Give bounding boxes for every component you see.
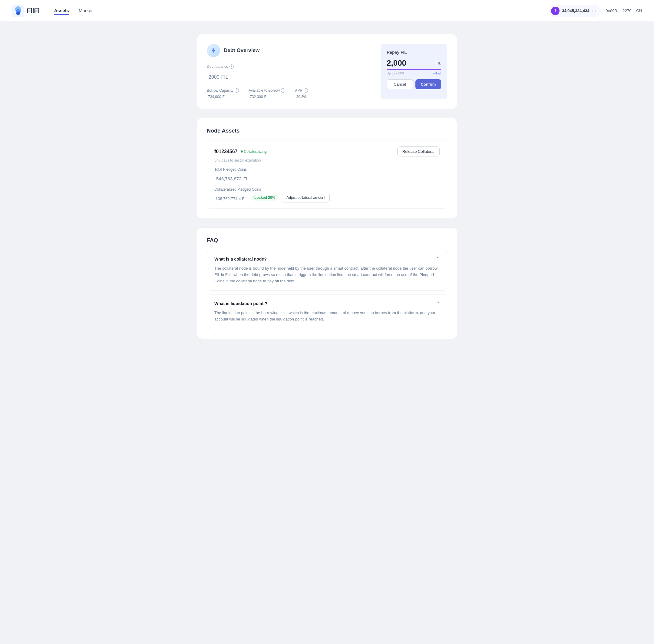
status-badge: Collateralizing bbox=[241, 150, 267, 154]
faq-card: FAQ What is a collateral node? ⌃ The col… bbox=[197, 227, 457, 339]
collateral-amount: 108,752,774.4FIL bbox=[215, 193, 248, 202]
repay-input[interactable] bbox=[387, 59, 434, 68]
node-expiry: 540 days to sector expiration bbox=[215, 158, 439, 162]
release-collateral-button[interactable]: Release Collateral bbox=[397, 146, 439, 157]
status-dot bbox=[241, 151, 243, 153]
debt-title: Debt Overview bbox=[224, 47, 260, 53]
debt-icon bbox=[207, 44, 220, 57]
faq-items: What is a collateral node? ⌃ The collate… bbox=[207, 250, 447, 329]
language-switch[interactable]: CN bbox=[636, 8, 642, 13]
node-assets-card: Node Assets f01234567 Collateralizing Re… bbox=[197, 118, 457, 219]
faq-question-2: What is liquidation point ? bbox=[215, 301, 267, 306]
locked-badge: Locked 20% bbox=[251, 194, 278, 201]
wallet-currency: FIL bbox=[592, 9, 597, 13]
faq-question-1: What is a collateral node? bbox=[215, 257, 267, 261]
repay-hint-row: Up to 2,000 Fill all bbox=[387, 71, 441, 75]
faq-item-1: What is a collateral node? ⌃ The collate… bbox=[207, 250, 447, 291]
wallet-address: 0×00B.....2279 bbox=[606, 8, 631, 13]
total-pledged-amount: 543,763,872FIL bbox=[215, 173, 439, 183]
nav-market[interactable]: Market bbox=[79, 7, 93, 15]
debt-balance-info-icon[interactable]: i bbox=[229, 65, 234, 69]
repay-title: Repay FIL bbox=[387, 50, 441, 55]
faq-item-1-header[interactable]: What is a collateral node? ⌃ bbox=[215, 256, 439, 262]
navbar-right: f 34,945,334,434 FIL 0×00B.....2279 CN bbox=[549, 5, 642, 17]
borrow-capacity-stat: Borrow Capacity i 734,000FIL bbox=[207, 88, 239, 99]
nav-assets[interactable]: Assets bbox=[54, 7, 69, 15]
repay-input-row: FIL bbox=[387, 59, 441, 70]
node-item: f01234567 Collateralizing Release Collat… bbox=[207, 140, 447, 209]
faq-answer-2: The liquidation point is the borrowing l… bbox=[215, 310, 439, 323]
wallet-icon: f bbox=[551, 7, 560, 15]
debt-overview-card: Debt Overview Debt balance i 2000FIL Bor… bbox=[197, 34, 457, 109]
apr-stat: APR i 20.3% bbox=[295, 88, 308, 99]
available-to-borrow-stat: Available to Borrow i 732,000FIL bbox=[249, 88, 285, 99]
available-borrow-info-icon[interactable]: i bbox=[281, 88, 285, 93]
lightning-icon bbox=[210, 47, 217, 54]
nav-links: Assets Market bbox=[54, 7, 549, 15]
wallet-badge[interactable]: f 34,945,334,434 FIL bbox=[549, 5, 601, 17]
borrow-capacity-value: 734,000FIL bbox=[207, 94, 239, 99]
repay-panel: Repay FIL FIL Up to 2,000 Fill all Cance… bbox=[381, 44, 447, 99]
total-pledged-label: Total Pledged Coins bbox=[215, 167, 439, 171]
borrow-capacity-info-icon[interactable]: i bbox=[235, 88, 239, 93]
navbar: FilFi Assets Market f 34,945,334,434 FIL… bbox=[0, 0, 654, 22]
node-header: f01234567 Collateralizing Release Collat… bbox=[215, 146, 439, 157]
repay-hint: Up to 2,000 bbox=[387, 71, 404, 75]
faq-item-2-header[interactable]: What is liquidation point ? ⌃ bbox=[215, 300, 439, 306]
faq-title: FAQ bbox=[207, 237, 447, 244]
faq-chevron-1: ⌃ bbox=[436, 256, 439, 262]
debt-balance-label: Debt balance i bbox=[207, 65, 373, 69]
cancel-button[interactable]: Cancel bbox=[387, 79, 413, 89]
collateral-label: Collateralized Pledged Coins bbox=[215, 187, 439, 191]
node-assets-title: Node Assets bbox=[207, 128, 447, 134]
faq-answer-1: The collateral node is bound by the node… bbox=[215, 266, 439, 284]
repay-currency: FIL bbox=[435, 61, 441, 65]
main-content: Debt Overview Debt balance i 2000FIL Bor… bbox=[191, 22, 463, 351]
faq-item-2: What is liquidation point ? ⌃ The liquid… bbox=[207, 294, 447, 329]
debt-amount: 2000FIL bbox=[207, 70, 373, 81]
logo-icon bbox=[12, 5, 24, 17]
adjust-collateral-button[interactable]: Adjust collateral amount bbox=[282, 193, 330, 203]
available-to-borrow-value: 732,000FIL bbox=[249, 94, 285, 99]
repay-buttons: Cancel Confirm bbox=[387, 79, 441, 89]
debt-header: Debt Overview bbox=[207, 44, 373, 57]
fill-all-button[interactable]: Fill all bbox=[433, 71, 441, 75]
wallet-amount: 34,945,334,434 bbox=[562, 8, 589, 13]
logo-text: FilFi bbox=[27, 7, 40, 15]
node-id-row: f01234567 Collateralizing bbox=[215, 149, 267, 154]
debt-left: Debt Overview Debt balance i 2000FIL Bor… bbox=[207, 44, 373, 99]
faq-chevron-2: ⌃ bbox=[436, 300, 439, 306]
logo[interactable]: FilFi bbox=[12, 5, 40, 17]
apr-value: 20.3% bbox=[295, 94, 308, 99]
collateral-row: 108,752,774.4FIL Locked 20% Adjust colla… bbox=[215, 193, 439, 203]
confirm-button[interactable]: Confirm bbox=[415, 79, 441, 89]
apr-info-icon[interactable]: i bbox=[304, 88, 308, 93]
debt-stats: Borrow Capacity i 734,000FIL Available t… bbox=[207, 88, 373, 99]
node-id: f01234567 bbox=[215, 149, 238, 154]
